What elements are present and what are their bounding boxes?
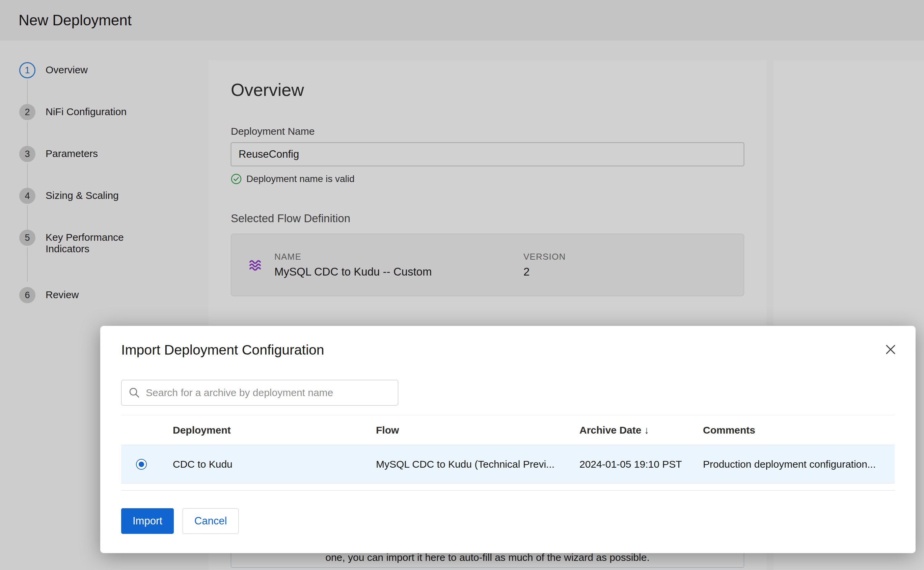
modal-title: Import Deployment Configuration: [121, 342, 895, 358]
archive-search: [121, 380, 398, 406]
column-header-label: Archive Date: [579, 424, 641, 435]
row-flow: MySQL CDC to Kudu (Technical Previ...: [365, 458, 568, 470]
column-header-deployment[interactable]: Deployment: [162, 424, 365, 436]
column-header-comments[interactable]: Comments: [692, 424, 895, 436]
cancel-button[interactable]: Cancel: [183, 508, 239, 534]
row-archive-date: 2024-01-05 19:10 PST: [568, 458, 692, 470]
import-configuration-modal: Import Deployment Configuration Deployme…: [100, 326, 916, 553]
row-radio-selected[interactable]: [136, 459, 147, 470]
radio-dot: [139, 461, 144, 467]
table-spacer: [121, 484, 895, 490]
archives-table: Deployment Flow Archive Date↓ Comments C…: [121, 415, 895, 491]
archive-search-input[interactable]: [121, 380, 398, 406]
row-comments: Production deployment configuration...: [692, 458, 895, 470]
sort-descending-icon: ↓: [644, 424, 649, 435]
archive-table-row[interactable]: CDC to Kudu MySQL CDC to Kudu (Technical…: [121, 445, 895, 484]
table-header-row: Deployment Flow Archive Date↓ Comments: [121, 415, 895, 445]
column-header-archive-date[interactable]: Archive Date↓: [568, 424, 692, 436]
modal-actions: Import Cancel: [121, 508, 895, 534]
column-header-flow[interactable]: Flow: [365, 424, 568, 436]
close-icon: [884, 343, 897, 356]
close-button[interactable]: [883, 342, 898, 357]
row-deployment: CDC to Kudu: [162, 458, 365, 470]
screen: New Deployment 1 Overview 2 NiFi Configu…: [0, 0, 924, 570]
import-button[interactable]: Import: [121, 508, 174, 534]
row-radio-cell: [121, 459, 162, 470]
search-icon: [128, 387, 140, 398]
